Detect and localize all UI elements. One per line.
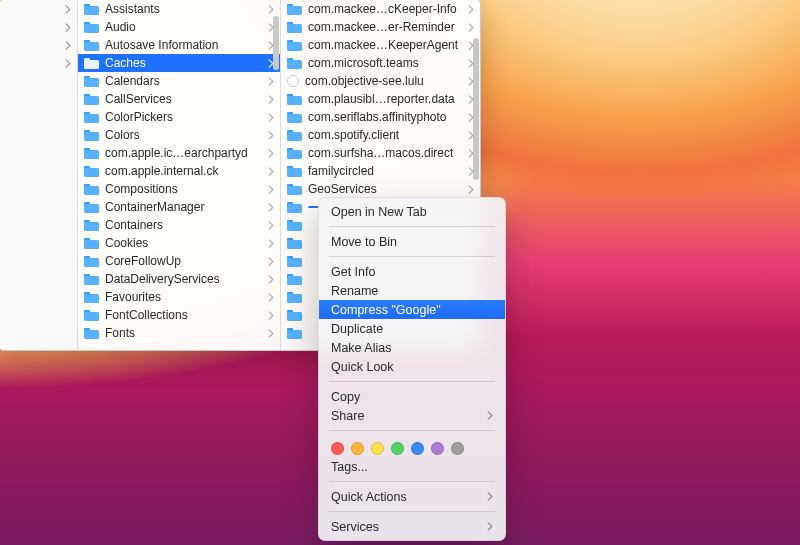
- context-menu: Open in New TabMove to BinGet InfoRename…: [318, 197, 506, 541]
- menu-item-label: Get Info: [331, 265, 375, 279]
- menu-separator: [329, 511, 495, 512]
- svg-rect-65: [287, 258, 302, 267]
- folder-label: DataDeliveryServices: [105, 272, 262, 286]
- list-item[interactable]: [0, 0, 77, 18]
- folder-icon: [84, 183, 99, 195]
- folder-icon: [287, 183, 302, 195]
- svg-rect-43: [287, 42, 302, 51]
- folder-row[interactable]: com.apple.ic…earchpartyd: [78, 144, 280, 162]
- tag-color-dot[interactable]: [331, 442, 344, 455]
- folder-row[interactable]: com.mackee…KeeperAgent: [281, 36, 480, 54]
- menu-item[interactable]: Copy: [319, 387, 505, 406]
- folder-row[interactable]: DataDeliveryServices: [78, 270, 280, 288]
- folder-row[interactable]: com.spotify.client: [281, 126, 480, 144]
- folder-row[interactable]: com.seriflabs.affinityphoto: [281, 108, 480, 126]
- menu-item[interactable]: Get Info: [319, 262, 505, 281]
- folder-row[interactable]: GeoServices: [281, 180, 480, 198]
- tag-color-dot[interactable]: [351, 442, 364, 455]
- folder-icon: [84, 3, 99, 15]
- folder-label: Autosave Information: [105, 38, 262, 52]
- svg-rect-23: [84, 204, 99, 213]
- folder-row[interactable]: CallServices: [78, 90, 280, 108]
- folder-row[interactable]: ColorPickers: [78, 108, 280, 126]
- folder-row[interactable]: Compositions: [78, 180, 280, 198]
- menu-item[interactable]: Rename: [319, 281, 505, 300]
- folder-row[interactable]: Favourites: [78, 288, 280, 306]
- folder-icon: [84, 129, 99, 141]
- chevron-right-icon: [65, 5, 71, 14]
- tag-color-dot[interactable]: [411, 442, 424, 455]
- menu-item-label: Share: [331, 409, 364, 423]
- menu-item[interactable]: Tags...: [319, 457, 505, 476]
- folder-label: com.spotify.client: [308, 128, 462, 142]
- list-item[interactable]: [0, 18, 77, 36]
- menu-item-label: Services: [331, 520, 379, 534]
- folder-row[interactable]: Containers: [78, 216, 280, 234]
- folder-label: com.microsoft.teams: [308, 56, 462, 70]
- folder-row[interactable]: CoreFollowUp: [78, 252, 280, 270]
- folder-row[interactable]: com.objective-see.lulu: [281, 72, 480, 90]
- svg-rect-13: [84, 114, 99, 123]
- list-item[interactable]: [0, 54, 77, 72]
- folder-row[interactable]: FontCollections: [78, 306, 280, 324]
- folder-icon: [84, 21, 99, 33]
- folder-row[interactable]: Audio: [78, 18, 280, 36]
- folder-row[interactable]: Calendars: [78, 72, 280, 90]
- folder-row[interactable]: ContainerManager: [78, 198, 280, 216]
- folder-row[interactable]: Autosave Information: [78, 36, 280, 54]
- folder-icon: [287, 21, 302, 33]
- folder-row[interactable]: com.apple.internal.ck: [78, 162, 280, 180]
- menu-item[interactable]: Share: [319, 406, 505, 425]
- svg-rect-53: [287, 150, 302, 159]
- folder-label: Fonts: [105, 326, 262, 340]
- folder-row[interactable]: Assistants: [78, 0, 280, 18]
- svg-rect-71: [287, 312, 302, 321]
- menu-item[interactable]: Compress "Google": [319, 300, 505, 319]
- scrollbar-thumb[interactable]: [273, 16, 279, 70]
- folder-row[interactable]: com.microsoft.teams: [281, 54, 480, 72]
- folder-icon: [287, 93, 302, 105]
- svg-rect-69: [287, 294, 302, 303]
- chevron-right-icon: [65, 41, 71, 50]
- svg-rect-5: [84, 42, 99, 51]
- folder-label: GeoServices: [308, 182, 462, 196]
- menu-item[interactable]: Move to Bin: [319, 232, 505, 251]
- scrollbar-thumb[interactable]: [473, 38, 479, 180]
- folder-row[interactable]: familycircled: [281, 162, 480, 180]
- svg-rect-59: [287, 204, 302, 213]
- folder-icon: [287, 39, 302, 51]
- folder-icon: [287, 237, 302, 249]
- folder-row[interactable]: com.plausibl…reporter.data: [281, 90, 480, 108]
- folder-row[interactable]: com.mackee…er-Reminder: [281, 18, 480, 36]
- menu-item-label: Copy: [331, 390, 360, 404]
- svg-rect-7: [84, 60, 99, 69]
- svg-rect-73: [287, 330, 302, 339]
- folder-icon: [84, 255, 99, 267]
- folder-row[interactable]: Cookies: [78, 234, 280, 252]
- folder-row[interactable]: com.mackee…cKeeper-Info: [281, 0, 480, 18]
- menu-item[interactable]: Quick Actions: [319, 487, 505, 506]
- svg-rect-1: [84, 6, 99, 15]
- scrollbar[interactable]: [273, 2, 279, 348]
- tag-color-dot[interactable]: [371, 442, 384, 455]
- menu-item-label: Quick Look: [331, 360, 394, 374]
- tag-color-dot[interactable]: [451, 442, 464, 455]
- menu-item-label: Make Alias: [331, 341, 391, 355]
- svg-rect-21: [84, 186, 99, 195]
- menu-item[interactable]: Services: [319, 517, 505, 536]
- folder-label: Containers: [105, 218, 262, 232]
- list-item[interactable]: [0, 36, 77, 54]
- menu-item[interactable]: Quick Look: [319, 357, 505, 376]
- menu-item[interactable]: Duplicate: [319, 319, 505, 338]
- folder-row[interactable]: com.surfsha…macos.direct: [281, 144, 480, 162]
- folder-row[interactable]: Colors: [78, 126, 280, 144]
- folder-row[interactable]: Caches: [78, 54, 280, 72]
- folder-icon: [287, 291, 302, 303]
- chevron-right-icon: [65, 59, 71, 68]
- folder-row[interactable]: Fonts: [78, 324, 280, 342]
- chevron-right-icon: [487, 492, 493, 501]
- menu-item[interactable]: Open in New Tab: [319, 202, 505, 221]
- tag-color-dot[interactable]: [391, 442, 404, 455]
- tag-color-dot[interactable]: [431, 442, 444, 455]
- menu-item[interactable]: Make Alias: [319, 338, 505, 357]
